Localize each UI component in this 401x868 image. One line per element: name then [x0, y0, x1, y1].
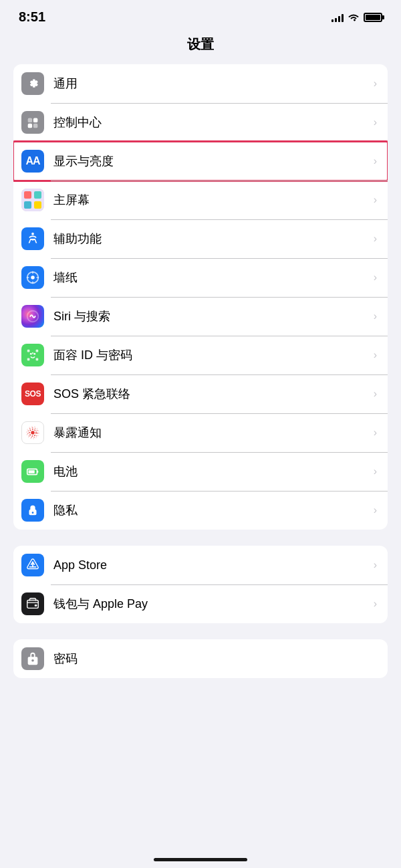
- control-center-chevron: ›: [374, 116, 377, 128]
- svg-point-15: [30, 353, 32, 355]
- settings-row-wallpaper[interactable]: 墙纸 ›: [13, 258, 388, 297]
- faceid-icon: [21, 344, 44, 366]
- sos-label: SOS 紧急联络: [53, 386, 368, 402]
- settings-section-1: 通用 › 控制中心 › AA 显示与亮度 ›: [13, 64, 388, 530]
- settings-section-2: App Store › 钱包与 Apple Pay ›: [13, 546, 388, 623]
- status-icons: [331, 13, 382, 22]
- siri-label: Siri 与搜索: [53, 308, 368, 324]
- settings-row-appstore[interactable]: App Store ›: [13, 546, 388, 584]
- general-label: 通用: [53, 76, 368, 92]
- privacy-label: 隐私: [53, 502, 368, 518]
- svg-rect-14: [36, 358, 39, 361]
- svg-point-26: [32, 512, 34, 514]
- home-screen-chevron: ›: [374, 194, 377, 206]
- settings-row-battery[interactable]: 电池 ›: [13, 452, 388, 491]
- svg-rect-6: [34, 191, 41, 199]
- svg-rect-7: [24, 201, 31, 209]
- settings-row-sos[interactable]: SOS SOS 紧急联络 ›: [13, 374, 388, 413]
- display-icon: AA: [21, 150, 44, 173]
- sos-icon: SOS: [21, 383, 44, 405]
- settings-row-password[interactable]: 密码: [13, 639, 388, 678]
- svg-rect-5: [24, 191, 31, 199]
- svg-point-9: [31, 233, 34, 235]
- siri-chevron: ›: [374, 310, 377, 322]
- svg-rect-8: [34, 201, 41, 209]
- wallpaper-label: 墙纸: [53, 269, 368, 286]
- svg-rect-13: [27, 358, 30, 361]
- sos-chevron: ›: [374, 388, 377, 400]
- settings-section-3: 密码: [13, 639, 388, 678]
- settings-row-siri[interactable]: Siri 与搜索 ›: [13, 297, 388, 336]
- control-center-icon: [21, 111, 44, 134]
- wifi-icon: [348, 13, 360, 22]
- svg-rect-11: [27, 350, 30, 352]
- general-icon: [21, 72, 44, 95]
- display-chevron: ›: [374, 155, 377, 167]
- settings-row-faceid[interactable]: 面容 ID 与密码 ›: [13, 336, 388, 374]
- general-chevron: ›: [374, 78, 377, 90]
- home-screen-icon: [21, 189, 44, 211]
- svg-point-10: [31, 276, 35, 280]
- settings-row-display[interactable]: AA 显示与亮度 ›: [13, 142, 388, 181]
- settings-row-exposure[interactable]: 暴露通知 ›: [13, 413, 388, 452]
- settings-row-control-center[interactable]: 控制中心 ›: [13, 103, 388, 142]
- display-label: 显示与亮度: [53, 153, 368, 169]
- faceid-chevron: ›: [374, 349, 377, 361]
- settings-row-home-screen[interactable]: 主屏幕 ›: [13, 181, 388, 219]
- control-center-label: 控制中心: [53, 114, 368, 130]
- appstore-chevron: ›: [374, 559, 377, 571]
- svg-rect-28: [27, 601, 39, 609]
- appstore-icon: [21, 554, 44, 576]
- svg-rect-0: [28, 118, 32, 122]
- status-time: 8:51: [19, 9, 45, 25]
- battery-chevron: ›: [374, 465, 377, 477]
- exposure-icon: [21, 421, 44, 444]
- status-bar: 8:51: [0, 0, 401, 30]
- password-label: 密码: [53, 651, 377, 667]
- svg-rect-24: [29, 470, 35, 473]
- battery-status-icon: [364, 13, 382, 22]
- wallet-chevron: ›: [374, 598, 377, 610]
- privacy-icon: [21, 499, 44, 522]
- exposure-label: 暴露通知: [53, 425, 368, 441]
- wallpaper-chevron: ›: [374, 272, 377, 284]
- siri-icon: [21, 305, 44, 328]
- settings-row-privacy[interactable]: 隐私 ›: [13, 491, 388, 530]
- svg-rect-2: [28, 124, 32, 128]
- svg-rect-29: [35, 605, 37, 607]
- accessibility-label: 辅助功能: [53, 231, 368, 247]
- home-screen-label: 主屏幕: [53, 192, 368, 208]
- appstore-label: App Store: [53, 558, 368, 572]
- accessibility-chevron: ›: [374, 233, 377, 245]
- privacy-chevron: ›: [374, 504, 377, 516]
- settings-row-general[interactable]: 通用 ›: [13, 64, 388, 103]
- svg-rect-12: [36, 350, 39, 352]
- wallet-icon: [21, 592, 44, 615]
- svg-rect-1: [33, 118, 37, 122]
- settings-row-wallet[interactable]: 钱包与 Apple Pay ›: [13, 584, 388, 623]
- password-icon: [21, 647, 44, 670]
- settings-row-accessibility[interactable]: 辅助功能 ›: [13, 219, 388, 258]
- svg-point-18: [31, 431, 35, 435]
- faceid-label: 面容 ID 与密码: [53, 347, 368, 363]
- svg-point-16: [33, 353, 35, 355]
- exposure-chevron: ›: [374, 427, 377, 439]
- svg-rect-23: [37, 471, 38, 473]
- page-title: 设置: [0, 30, 401, 64]
- accessibility-icon: [21, 227, 44, 250]
- svg-rect-3: [33, 124, 37, 128]
- home-indicator: [154, 858, 247, 861]
- battery-label: 电池: [53, 463, 368, 479]
- signal-icon: [331, 13, 344, 22]
- battery-icon: [21, 460, 44, 483]
- wallet-label: 钱包与 Apple Pay: [53, 596, 368, 612]
- wallpaper-icon: [21, 266, 44, 289]
